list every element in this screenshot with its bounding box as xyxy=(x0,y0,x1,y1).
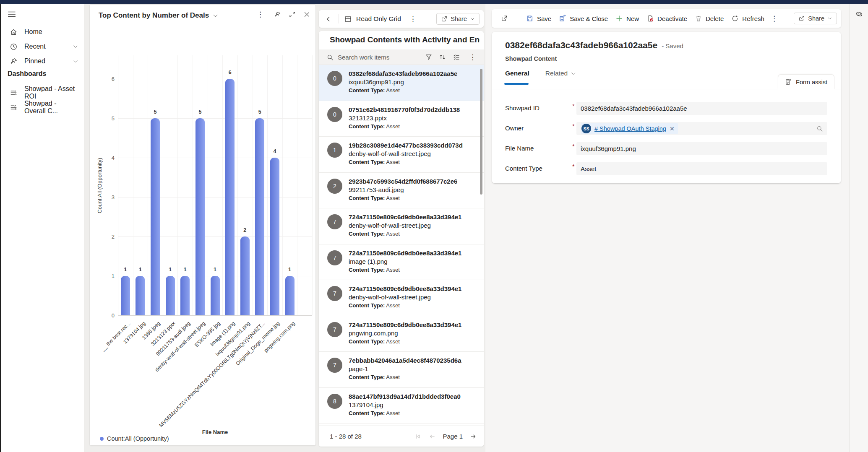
bar[interactable] xyxy=(225,79,235,315)
delete-button[interactable]: Delete xyxy=(691,12,727,25)
view-selector-label[interactable]: Read Only Grid xyxy=(356,15,401,23)
search-icon xyxy=(326,54,334,61)
list-item[interactable]: 1 19b28c3089e1d4e477bc38393cdd073d denby… xyxy=(319,137,484,173)
sidebar-item-recent[interactable]: Recent xyxy=(1,39,84,54)
list-item[interactable]: 7 724a71150e809c6d9db0ee8a33d394e1 image… xyxy=(319,244,484,281)
save-button[interactable]: Save xyxy=(522,12,555,25)
chart-panel: Top Content by Number of Deals ⋮ 0123456… xyxy=(89,4,316,446)
filter-icon[interactable] xyxy=(425,53,433,61)
sidebar-item-dashboard-overall[interactable]: Showpad - Overall C... xyxy=(1,100,84,114)
pin-icon xyxy=(10,57,18,65)
owner-avatar: SS xyxy=(581,124,591,133)
lookup-search-icon[interactable] xyxy=(816,125,823,132)
showpad-id-input[interactable]: 0382ef68dafa3c43fadeb966a102aa5e xyxy=(576,102,827,115)
list-item[interactable]: 7 724a71150e809c6d9db0ee8a33d394e1 denby… xyxy=(319,280,484,316)
owner-link[interactable]: # Showpad OAuth Staging xyxy=(594,125,666,132)
list-item-meta: Content Type: Asset xyxy=(349,374,461,380)
view-more-options-icon[interactable]: ⋮ xyxy=(407,16,419,23)
list-item-text: 724a71150e809c6d9db0ee8a33d394e1 denby-w… xyxy=(349,213,461,244)
sidebar-item-dashboard-asset-roi[interactable]: Showpad - Asset ROI xyxy=(1,86,84,100)
sidebar-item-pinned[interactable]: Pinned xyxy=(1,54,84,68)
tab-general[interactable]: General xyxy=(505,70,529,77)
x-axis-title: File Name xyxy=(118,429,312,435)
y-axis-tick: 1 xyxy=(100,273,115,279)
remove-owner-icon[interactable]: ✕ xyxy=(670,125,675,132)
bar[interactable] xyxy=(136,276,145,315)
field-showpad-id: Showpad ID * 0382ef68dafa3c43fadeb966a10… xyxy=(505,102,828,115)
legend-item[interactable]: Count:All (Opportunity) xyxy=(100,435,169,442)
list-item[interactable]: 7 724a71150e809c6d9db0ee8a33d394e1 denby… xyxy=(319,208,484,244)
list-item[interactable]: 0 0382ef68dafa3c43fadeb966a102aa5e ixquu… xyxy=(319,65,484,101)
bar[interactable] xyxy=(211,276,220,315)
refresh-icon xyxy=(731,15,739,22)
field-label: Content Type xyxy=(505,165,542,172)
grid-view-icon[interactable] xyxy=(344,15,352,23)
bar[interactable] xyxy=(270,158,279,315)
form-assist-label: Form assist xyxy=(796,79,827,86)
back-arrow-icon[interactable] xyxy=(326,15,334,23)
owner-pill[interactable]: SS # Showpad OAuth Staging ✕ xyxy=(581,123,678,134)
previous-page-button[interactable] xyxy=(428,432,436,440)
clock-icon xyxy=(10,43,18,51)
owner-lookup-field[interactable]: SS # Showpad OAuth Staging ✕ xyxy=(576,122,827,135)
bar[interactable] xyxy=(151,118,160,315)
copilot-button[interactable] xyxy=(855,10,863,18)
bar-value-label: 5 xyxy=(258,109,261,115)
new-label: New xyxy=(626,15,639,22)
record-entity-label: Showpad Content xyxy=(505,55,557,62)
list-item-meta: Content Type: Asset xyxy=(349,267,461,273)
refresh-button[interactable]: Refresh xyxy=(727,12,768,25)
refresh-label: Refresh xyxy=(742,15,764,22)
tab-related[interactable]: Related xyxy=(545,70,576,77)
bar[interactable] xyxy=(121,276,130,315)
record-save-status: - Saved xyxy=(662,42,683,49)
form-assist-button[interactable]: Form assist xyxy=(778,74,834,89)
bar[interactable] xyxy=(166,276,175,315)
next-page-button[interactable] xyxy=(469,432,477,440)
sidebar-item-home[interactable]: Home xyxy=(1,25,84,39)
list-item-text: 724a71150e809c6d9db0ee8a33d394e1 denby-w… xyxy=(349,285,461,316)
list-item-title: 19b28c3089e1d4e477bc38393cdd073d xyxy=(349,142,463,149)
bar-value-label: 1 xyxy=(288,267,291,273)
list-item-title: 0382ef68dafa3c43fadeb966a102aa5e xyxy=(349,70,457,77)
deactivate-button[interactable]: Deactivate xyxy=(643,12,691,25)
first-page-button[interactable] xyxy=(414,432,422,440)
sort-icon[interactable] xyxy=(439,53,446,61)
record-share-button[interactable]: Share xyxy=(794,13,837,24)
grid-more-options-icon[interactable]: ⋮ xyxy=(467,54,479,61)
search-input[interactable] xyxy=(338,54,425,61)
command-bar-more-options-icon[interactable]: ⋮ xyxy=(768,15,780,22)
list-item[interactable]: 2 2923b47c5993c54d2ffd0f688677c2e6 99211… xyxy=(319,173,484,209)
new-button[interactable]: New xyxy=(612,12,643,25)
bar[interactable] xyxy=(180,276,190,315)
hamburger-menu-button[interactable] xyxy=(7,10,18,21)
file-name-input[interactable]: ixquuf36gmp91.png xyxy=(576,142,827,155)
save-and-close-button[interactable]: Save & Close xyxy=(555,12,612,25)
deal-count-badge: 7 xyxy=(327,214,342,229)
list-scrollbar[interactable] xyxy=(480,69,482,195)
grid-share-button[interactable]: Share xyxy=(436,13,480,25)
list-item-meta: Content Type: Asset xyxy=(349,159,463,165)
bar[interactable] xyxy=(285,276,295,315)
column-options-icon[interactable] xyxy=(453,53,460,61)
chevron-down-icon xyxy=(827,16,832,21)
list-item-subtitle: denby-wolf-of-wall-street.jpeg xyxy=(349,294,461,301)
divider xyxy=(339,14,339,23)
bar[interactable] xyxy=(195,118,205,315)
chevron-down-icon[interactable] xyxy=(73,44,78,49)
bar[interactable] xyxy=(240,236,250,315)
list-item[interactable]: 7 724a71150e809c6d9db0ee8a33d394e1 pngwi… xyxy=(319,316,484,352)
list-item[interactable]: 0 0751c62b481916770f0f3d70d2ddb138 32131… xyxy=(319,101,484,137)
chevron-down-icon[interactable] xyxy=(73,58,78,64)
popout-button[interactable] xyxy=(497,12,512,25)
chevron-down-icon xyxy=(571,71,576,76)
deal-count-badge: 7 xyxy=(327,250,342,265)
list-item[interactable]: 7 7ebbabb42046a1a5d4ec8f4870235d6a page-… xyxy=(319,352,484,388)
bar-value-label: 4 xyxy=(273,148,276,154)
list-item-text: 88ae147bf913d9a14d7d1bdded3f0ea0 1379104… xyxy=(349,393,461,423)
deal-count-badge: 7 xyxy=(327,322,342,337)
bar[interactable] xyxy=(255,118,264,315)
content-type-input[interactable]: Asset xyxy=(576,162,827,175)
required-asterisk: * xyxy=(572,143,574,150)
list-item[interactable]: 8 88ae147bf913d9a14d7d1bdded3f0ea0 13791… xyxy=(319,388,484,424)
